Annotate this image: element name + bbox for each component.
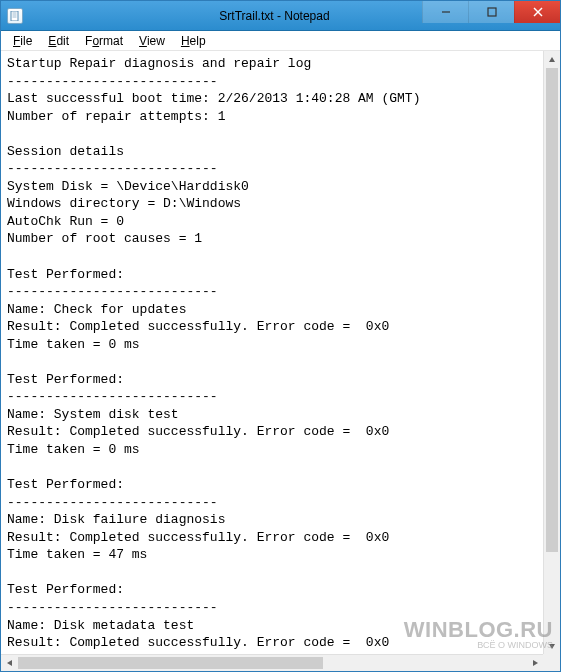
menu-file[interactable]: File — [5, 32, 40, 50]
svg-marker-8 — [549, 57, 555, 62]
svg-rect-0 — [11, 11, 18, 21]
scroll-corner — [543, 654, 560, 671]
menu-help[interactable]: Help — [173, 32, 214, 50]
scroll-track-horizontal[interactable] — [18, 655, 526, 671]
svg-marker-10 — [7, 660, 12, 666]
titlebar[interactable]: SrtTrail.txt - Notepad — [1, 1, 560, 31]
scroll-thumb-horizontal[interactable] — [18, 657, 323, 669]
menu-view[interactable]: View — [131, 32, 173, 50]
scroll-up-button[interactable] — [544, 51, 560, 68]
menu-edit[interactable]: Edit — [40, 32, 77, 50]
scroll-thumb-vertical[interactable] — [546, 68, 558, 552]
minimize-button[interactable] — [422, 1, 468, 23]
svg-marker-9 — [549, 644, 555, 649]
scroll-down-button[interactable] — [544, 637, 560, 654]
vertical-scrollbar[interactable] — [543, 51, 560, 654]
maximize-button[interactable] — [468, 1, 514, 23]
content-area: Startup Repair diagnosis and repair log … — [1, 51, 560, 654]
horizontal-scrollbar[interactable] — [1, 654, 543, 671]
close-button[interactable] — [514, 1, 560, 23]
scroll-right-button[interactable] — [526, 655, 543, 671]
notepad-icon — [7, 8, 23, 24]
menubar: File Edit Format View Help — [1, 31, 560, 51]
scroll-track-vertical[interactable] — [544, 68, 560, 637]
notepad-window: SrtTrail.txt - Notepad File Edit Format … — [0, 0, 561, 672]
window-controls — [422, 1, 560, 23]
svg-marker-11 — [533, 660, 538, 666]
text-editor[interactable]: Startup Repair diagnosis and repair log … — [1, 51, 543, 654]
bottom-scroll-row — [1, 654, 560, 671]
svg-rect-5 — [488, 8, 496, 16]
menu-format[interactable]: Format — [77, 32, 131, 50]
scroll-left-button[interactable] — [1, 655, 18, 671]
